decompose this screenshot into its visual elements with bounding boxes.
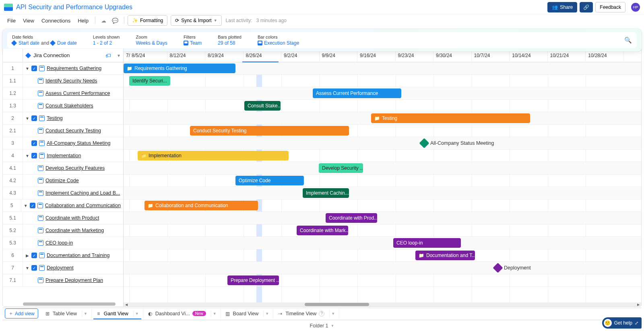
gantt-bar[interactable]: Assess Current Performance <box>313 88 401 98</box>
task-name-link[interactable]: Requirements Gathering <box>47 66 101 71</box>
help-icon[interactable]: ? <box>319 311 324 317</box>
checkbox-checked-icon[interactable]: ✓ <box>31 66 37 71</box>
view-tab[interactable]: ▥Board View▼ <box>221 308 274 319</box>
config-levels[interactable]: Levels shown 1 - 2 of 2 <box>93 35 120 46</box>
config-zoom[interactable]: Zoom Weeks & Days <box>136 35 167 46</box>
task-name-link[interactable]: Coordinate with Marketing <box>45 228 104 233</box>
comment-icon[interactable]: 💬 <box>109 16 121 25</box>
task-row[interactable]: 7.1Prepare Deployment Plan <box>3 274 123 287</box>
timeline-scrollbar[interactable]: ◀ ▶ <box>124 302 641 306</box>
view-tab[interactable]: ◐Dashboard Vi...New▼ <box>143 308 221 319</box>
task-row[interactable]: 5.2Coordinate with Marketing <box>3 224 123 237</box>
task-row[interactable]: 5▼✓Collaboration and Communication <box>3 199 123 212</box>
menu-connections[interactable]: Connections <box>38 16 74 25</box>
menu-file[interactable]: File <box>4 16 19 25</box>
task-name-link[interactable]: All-Company Status Meeting <box>47 140 110 146</box>
task-name-link[interactable]: Consult Stakeholders <box>45 103 93 109</box>
task-name-link[interactable]: Identify Security Needs <box>45 78 97 84</box>
expand-icon[interactable]: ⤢ <box>635 321 638 326</box>
gantt-milestone[interactable]: All-Company Status Meeting <box>421 140 494 147</box>
user-avatar[interactable]: HP <box>631 3 640 12</box>
gantt-bar[interactable]: Identify Securi... <box>129 76 170 86</box>
chevron-down-icon[interactable]: ▼ <box>82 310 87 317</box>
chevron-down-icon[interactable]: ▼ <box>263 310 269 317</box>
scrollbar-thumb[interactable] <box>305 303 369 306</box>
task-name-link[interactable]: Prepare Deployment Plan <box>45 278 103 283</box>
workbook-title[interactable]: API Security and Performance Upgrades <box>16 4 547 11</box>
gantt-bar[interactable]: Prepare Deployment ... <box>227 275 279 285</box>
task-name-link[interactable]: Testing <box>47 115 63 121</box>
search-icon[interactable]: 🔍 <box>624 37 632 44</box>
task-name-link[interactable]: Deployment <box>47 265 74 271</box>
chevron-down-icon[interactable]: ▾ <box>118 53 120 58</box>
config-bars-plotted[interactable]: Bars plotted 29 of 58 <box>218 35 242 46</box>
task-name-link[interactable]: CEO loop-in <box>45 240 73 246</box>
caret-down-icon[interactable]: ▼ <box>25 266 29 270</box>
task-row[interactable]: 4.2Optimize Code <box>3 175 123 187</box>
view-tab[interactable]: ⇢Timeline View?▼ <box>273 308 339 319</box>
checkbox-checked-icon[interactable]: ✓ <box>31 140 37 146</box>
task-name-link[interactable]: Optimize Code <box>45 178 79 183</box>
link-button[interactable]: 🔗 <box>580 2 593 12</box>
task-row[interactable]: 5.1Coordinate with Product <box>3 212 123 224</box>
scroll-right-icon[interactable]: ▶ <box>636 302 641 306</box>
task-row[interactable]: 1.1Identify Security Needs <box>3 75 123 87</box>
task-row[interactable]: 5.3CEO loop-in <box>3 237 123 249</box>
gantt-bar[interactable]: Consult Stake... <box>244 101 281 111</box>
gantt-bar[interactable]: Develop Security ... <box>319 163 363 173</box>
chevron-down-icon[interactable]: ▼ <box>330 324 334 328</box>
gantt-bar[interactable]: Collaboration and Communication <box>144 201 258 210</box>
checkbox-checked-icon[interactable]: ✓ <box>30 203 35 208</box>
caret-down-icon[interactable]: ▼ <box>25 66 29 71</box>
tag-icon[interactable]: 🏷 <box>105 52 111 59</box>
caret-down-icon[interactable]: ▼ <box>24 204 28 208</box>
task-row[interactable]: 4▼✓Implementation <box>3 150 123 162</box>
checkbox-checked-icon[interactable]: ✓ <box>31 265 37 271</box>
task-row[interactable]: 6▶✓Documentation and Training <box>3 249 123 262</box>
caret-down-icon[interactable]: ▼ <box>25 154 29 158</box>
feedback-button[interactable]: Feedback <box>595 2 625 12</box>
task-row[interactable]: 4.3Implement Caching and Load B... <box>3 187 123 199</box>
timeline-body[interactable]: Requirements GatheringIdentify Securi...… <box>124 62 641 306</box>
task-row[interactable]: 1.2Assess Current Performance <box>3 87 123 100</box>
chevron-down-icon[interactable]: ▼ <box>329 310 335 317</box>
scroll-left-icon[interactable]: ◀ <box>124 302 129 306</box>
checkbox-checked-icon[interactable]: ✓ <box>31 253 37 258</box>
menu-view[interactable]: View <box>20 16 37 25</box>
config-filters[interactable]: Filters Team <box>184 35 202 46</box>
menu-help[interactable]: Help <box>74 16 92 25</box>
task-row[interactable]: 1.3Consult Stakeholders <box>3 100 123 112</box>
task-name-link[interactable]: Documentation and Training <box>47 253 109 258</box>
config-date-fields[interactable]: Date fields Start date and Due date <box>12 35 77 46</box>
add-view-button[interactable]: ＋ Add view <box>5 308 38 319</box>
task-row[interactable]: 7▼✓Deployment <box>3 262 123 274</box>
caret-down-icon[interactable]: ▼ <box>25 116 29 121</box>
checkbox-checked-icon[interactable]: ✓ <box>31 115 37 121</box>
task-row[interactable]: 4.1Develop Security Features <box>3 162 123 175</box>
gantt-bar[interactable]: Optimize Code <box>235 176 304 185</box>
gantt-bar[interactable]: Implement Cachin... <box>303 188 349 198</box>
task-name-link[interactable]: Coordinate with Product <box>45 215 99 221</box>
config-bar-colors[interactable]: Bar colors Execution Stage <box>258 35 299 46</box>
checkbox-checked-icon[interactable]: ✓ <box>31 153 37 158</box>
task-row[interactable]: 3✓All-Company Status Meeting <box>3 137 123 150</box>
task-name-link[interactable]: Implement Caching and Load B... <box>45 190 120 196</box>
gantt-bar[interactable]: Conduct Security Testing <box>190 126 349 136</box>
share-button[interactable]: 👥 Share <box>547 2 577 12</box>
view-tab[interactable]: ⊞Table View▼ <box>41 308 92 319</box>
gantt-bar[interactable]: Coordinate with Prod... <box>326 213 377 223</box>
task-name-link[interactable]: Collaboration and Communication <box>45 203 121 208</box>
jira-column-header[interactable]: Jira Connection 🏷 ▾ <box>23 49 123 62</box>
task-row[interactable]: 2▼✓Testing <box>3 112 123 125</box>
gantt-milestone[interactable]: Deployment <box>494 264 531 271</box>
task-name-link[interactable]: Implementation <box>47 153 81 158</box>
gantt-bar[interactable]: Coordinate with Mark... <box>297 226 348 235</box>
caret-right-icon[interactable]: ▶ <box>25 253 29 258</box>
folder-bar[interactable]: Folder 1 ▼ <box>2 320 642 331</box>
cloud-icon[interactable]: ☁ <box>99 16 109 25</box>
sync-import-button[interactable]: ⟳ Sync & Import ▼ <box>171 15 221 26</box>
gantt-bar[interactable]: Requirements Gathering <box>124 64 235 73</box>
view-tab[interactable]: ≡Gantt View▼ <box>92 308 143 319</box>
task-name-link[interactable]: Conduct Security Testing <box>45 128 101 134</box>
task-row[interactable]: 1▼✓Requirements Gathering <box>3 62 123 75</box>
